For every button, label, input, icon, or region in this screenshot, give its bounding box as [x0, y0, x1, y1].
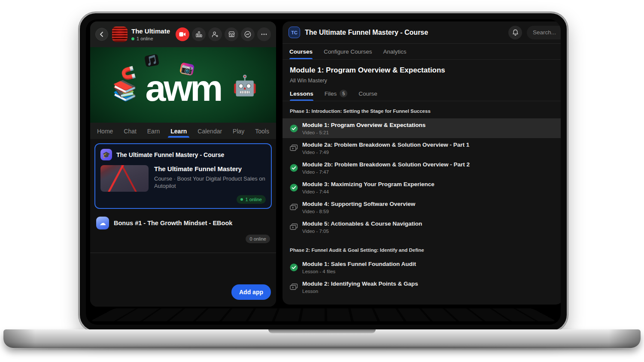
- robot-icon: 🤖: [233, 75, 257, 95]
- laptop-base-shadow: [13, 347, 631, 350]
- lesson-meta: Video - 7:44: [302, 189, 434, 194]
- community-avatar[interactable]: [112, 27, 128, 42]
- check-circle-icon: [290, 164, 298, 172]
- lesson-meta: Lesson: [302, 289, 418, 294]
- lesson-meta: Video - 8:59: [302, 209, 415, 214]
- books-laptop-icon: 📚: [112, 81, 137, 100]
- notifications-button[interactable]: [508, 26, 522, 39]
- offline-badge: 0 online: [246, 235, 270, 243]
- person-plus-icon: [212, 31, 219, 38]
- online-dot: [131, 37, 134, 40]
- lesson-text: Module 5: Actionables & Course Navigatio…: [302, 220, 422, 234]
- module-subtitle: All Win Mastery: [283, 75, 561, 84]
- lesson-row[interactable]: Module 1: Sales Funnel Foundation Audit …: [283, 257, 561, 277]
- lesson-title: Module 4: Supporting Software Overview: [302, 201, 415, 207]
- graduation-cap-icon: 🎓: [100, 149, 112, 160]
- lesson-row[interactable]: Module 2b: Problem Breakdown & Solution …: [283, 158, 561, 178]
- tab-courses[interactable]: Courses: [289, 44, 313, 59]
- course-subtitle: Course · Boost Your Digital Product Sale…: [154, 175, 266, 190]
- tab-lessons[interactable]: Lessons: [290, 86, 313, 101]
- record-video-button[interactable]: [176, 27, 189, 41]
- leaderboard-button[interactable]: [192, 27, 206, 41]
- community-nav: Home Chat Earn Learn Calendar Play Tools: [90, 123, 276, 139]
- search-input[interactable]: [527, 26, 561, 39]
- nav-item-learn[interactable]: Learn: [170, 124, 188, 138]
- lesson-meta: Lesson - 4 files: [302, 269, 416, 274]
- lessons-list: Phase 1: Introduction: Setting the Stage…: [283, 101, 561, 297]
- divider: [90, 253, 276, 253]
- lesson-text: Module 2b: Problem Breakdown & Solution …: [302, 161, 470, 175]
- check-circle-icon: [290, 124, 298, 133]
- phase-2-label: Phase 2: Funnel Audit & Goal Setting: Id…: [283, 237, 561, 257]
- course-card-content: The Ultimate Funnel Mastery Course · Boo…: [100, 165, 266, 192]
- lesson-title: Module 1: Program Overview & Expectation…: [302, 122, 425, 128]
- lesson-row[interactable]: Module 5: Actionables & Course Navigatio…: [283, 217, 561, 237]
- learn-tab-body: 🎓 The Ultimate Funnel Mastery - Course T…: [90, 139, 276, 307]
- nav-item-calendar[interactable]: Calendar: [197, 124, 223, 138]
- back-button[interactable]: [95, 28, 108, 41]
- lesson-meta: Video - 5:21: [302, 130, 425, 135]
- keyboard-reflection: [90, 308, 556, 321]
- lesson-title: Module 3: Maximizing Your Program Experi…: [302, 181, 434, 187]
- tiktok-icon: 🎵: [144, 54, 159, 67]
- magnet-icon: 🧲: [120, 66, 136, 81]
- nav-item-earn[interactable]: Earn: [146, 124, 161, 138]
- laptop-base-notch: [268, 329, 376, 333]
- video-lesson-icon: [290, 144, 298, 152]
- ellipsis-icon: [261, 33, 267, 35]
- video-lesson-icon: [290, 203, 298, 211]
- lesson-row[interactable]: Module 4: Supporting Software Overview V…: [283, 197, 561, 217]
- nav-item-play[interactable]: Play: [232, 124, 245, 138]
- lesson-text: Module 1: Sales Funnel Foundation Audit …: [302, 261, 416, 274]
- add-app-button[interactable]: Add app: [231, 284, 271, 300]
- nav-item-chat[interactable]: Chat: [123, 124, 137, 138]
- lesson-row[interactable]: Module 1: Program Overview & Expectation…: [283, 118, 561, 138]
- lesson-title: Module 1: Sales Funnel Foundation Audit: [302, 261, 416, 267]
- more-options-button[interactable]: [257, 27, 271, 41]
- nav-item-home[interactable]: Home: [96, 124, 114, 138]
- activity-button[interactable]: [241, 27, 255, 41]
- community-title-wrap: The Ultimate Fun... 1 online: [131, 27, 172, 41]
- course-card-header: 🎓 The Ultimate Funnel Mastery - Course: [100, 149, 266, 160]
- video-camera-icon: [179, 32, 186, 37]
- lesson-title: Module 2: Identifying Weak Points & Gaps: [302, 281, 418, 287]
- lesson-meta: Video - 7:49: [302, 150, 469, 155]
- lesson-row[interactable]: Module 3: Maximizing Your Program Experi…: [283, 178, 561, 197]
- storefront-icon: [228, 31, 235, 37]
- files-count-badge: 5: [340, 90, 347, 97]
- lesson-row[interactable]: Module 2: Identifying Weak Points & Gaps…: [283, 277, 561, 297]
- bar-chart-icon: [196, 31, 202, 37]
- nav-item-tools[interactable]: Tools: [254, 124, 270, 138]
- invite-member-button[interactable]: [208, 27, 222, 41]
- lesson-text: Module 4: Supporting Software Overview V…: [302, 201, 415, 214]
- lesson-text: Module 3: Maximizing Your Program Experi…: [302, 181, 434, 194]
- awm-logo: awm: [145, 69, 221, 106]
- cloud-download-icon: ☁: [96, 217, 109, 229]
- tab-analytics[interactable]: Analytics: [383, 44, 407, 59]
- course-admin-panel: TC The Ultimate Funnel Mastery - Course …: [283, 21, 561, 305]
- online-count-text: 1 online: [137, 36, 153, 41]
- chevron-left-icon: [99, 32, 104, 37]
- bonus-item-title: Bonus #1 - The Growth Mindset - EBook: [114, 220, 232, 226]
- community-online-status: 1 online: [131, 36, 172, 41]
- tab-files-label: Files: [325, 90, 337, 97]
- trend-line-icon: [244, 31, 251, 38]
- tab-files[interactable]: Files 5: [325, 86, 348, 101]
- course-card-header-title: The Ultimate Funnel Mastery - Course: [116, 151, 224, 158]
- lesson-text: Module 2a: Problem Breakdown & Solution …: [302, 142, 469, 155]
- laptop-base: [3, 329, 641, 348]
- course-app-card[interactable]: 🎓 The Ultimate Funnel Mastery - Course T…: [94, 143, 272, 209]
- tab-configure-courses[interactable]: Configure Courses: [324, 44, 372, 59]
- bonus-item-header: ☁ Bonus #1 - The Growth Mindset - EBook: [96, 217, 270, 229]
- phase-1-label: Phase 1: Introduction: Setting the Stage…: [283, 101, 561, 118]
- check-circle-icon: [290, 263, 298, 272]
- course-badge-row: 1 online: [100, 195, 266, 204]
- lesson-meta: Video - 7:47: [302, 169, 470, 175]
- lesson-row[interactable]: Module 2a: Problem Breakdown & Solution …: [283, 138, 561, 158]
- bonus-app-item[interactable]: ☁ Bonus #1 - The Growth Mindset - EBook …: [94, 209, 272, 247]
- community-panel: The Ultimate Fun... 1 online: [90, 21, 276, 307]
- tab-course[interactable]: Course: [358, 86, 377, 101]
- store-button[interactable]: [225, 27, 238, 41]
- video-lesson-icon: [290, 223, 298, 231]
- module-title: Module 1: Program Overview & Expectation…: [283, 60, 561, 75]
